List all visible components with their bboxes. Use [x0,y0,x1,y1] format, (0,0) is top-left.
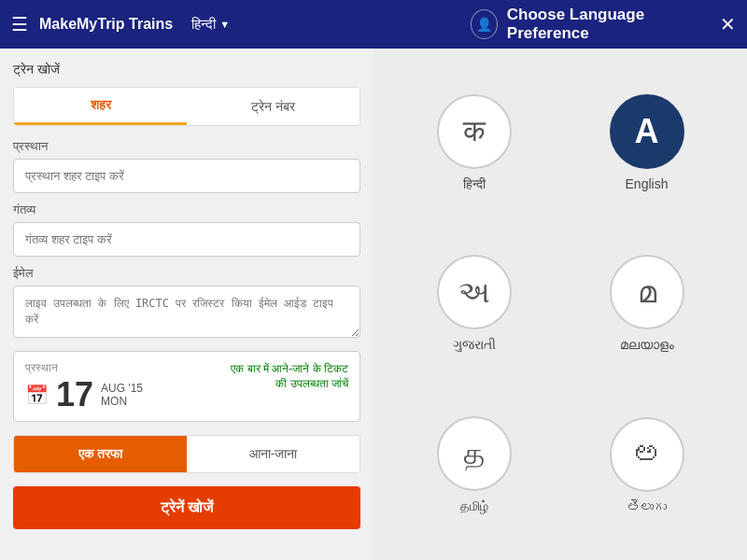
lang-circle-malayalam: മ [610,255,684,329]
current-language-label: हिन्दी [191,16,216,33]
search-section-title: ट्रेन खोजें [13,62,360,77]
search-trains-button[interactable]: ट्रेनें खोजें [13,486,360,529]
lang-circle-hindi: क [437,94,512,169]
lang-option-english[interactable]: AEnglish [610,94,684,191]
to-label: गंतव्य [13,203,360,217]
lang-option-malayalam[interactable]: മമലയാളം [610,255,684,353]
search-type-tabs: शहर ट्रेन नंबर [13,87,360,126]
app-logo: MakeMyTrip Trains [39,16,173,33]
lang-name-malayalam: മലയാളം [620,337,674,353]
trip-type-tabs: एक तरफा आना-जाना [13,435,360,473]
calendar-icon[interactable]: 📅 [25,384,49,406]
date-month: AUG '15 [101,382,143,395]
dialog-title: Choose Language Preference [507,6,711,43]
lang-name-hindi: हिन्दी [463,176,486,192]
tab-city[interactable]: शहर [14,88,187,125]
lang-circle-telugu: అ [610,417,684,492]
lang-option-tamil[interactable]: ததமிழ் [437,416,512,514]
lang-circle-gujarati: અ [437,255,512,329]
date-label: प्रस्थान [25,361,143,374]
round-trip-link[interactable]: एक बार में आने-जाने के टिकट की उपलब्धता … [231,361,348,393]
date-day: MON [101,395,143,408]
main-content: ट्रेन खोजें शहर ट्रेन नंबर प्रस्थान गंतव… [0,49,747,560]
lang-option-hindi[interactable]: कहिन्दी [437,94,512,192]
close-icon[interactable]: ✕ [720,13,736,35]
email-label: ईमेल [13,266,360,281]
lang-option-gujarati[interactable]: અગુજરાતી [437,255,512,353]
lang-circle-tamil: த [437,416,512,491]
departure-date-section: प्रस्थान 📅 17 AUG '15 MON एक बार में आने… [13,351,360,422]
language-chooser-panel: कहिन्दीAEnglishઅગુજરાતીമമലയാളംததமிழ்అతెల… [374,49,747,560]
one-way-button[interactable]: एक तरफा [14,436,187,472]
dialog-title-section: 👤 Choose Language Preference [471,6,711,43]
from-label: प्रस्थान [13,139,360,154]
lang-circle-english: A [610,94,684,169]
header: ☰ MakeMyTrip Trains हिन्दी ▼ 👤 Choose La… [0,0,747,49]
lang-name-gujarati: ગુજરાતી [453,337,496,353]
from-input[interactable] [13,159,360,193]
lang-name-tamil: தமிழ் [460,498,488,514]
user-icon: 👤 [476,17,492,32]
to-input[interactable] [13,222,360,257]
date-number: 17 [56,378,93,412]
menu-icon[interactable]: ☰ [11,13,28,35]
email-input[interactable] [13,286,360,338]
tab-train-number[interactable]: ट्रेन नंबर [187,88,359,125]
language-selector-button[interactable]: हिन्दी ▼ [191,16,230,33]
lang-name-telugu: తెలుగు [627,499,667,514]
round-trip-button[interactable]: आना-जाना [187,436,359,472]
lang-name-english: English [626,176,669,191]
avatar: 👤 [471,9,498,39]
lang-option-telugu[interactable]: అతెలుగు [610,417,684,514]
chevron-down-icon: ▼ [219,19,230,30]
search-panel: ट्रेन खोजें शहर ट्रेन नंबर प्रस्थान गंतव… [0,49,374,560]
